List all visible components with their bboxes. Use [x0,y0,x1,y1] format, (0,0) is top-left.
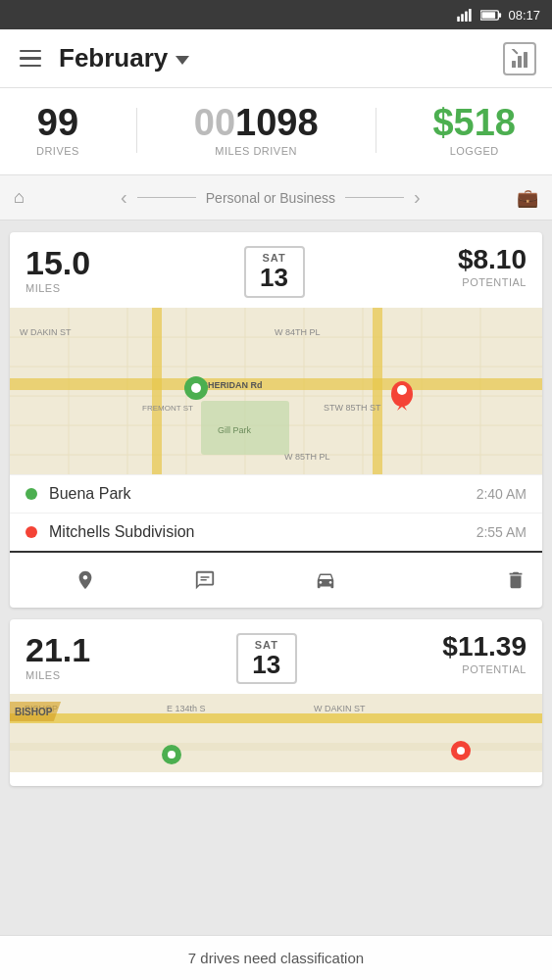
map-svg-2: BISHOP E 134th S W DAKIN ST BISHOP [10,694,542,772]
notification-text: 7 drives need classification [188,950,364,966]
status-time: 08:17 [508,8,540,23]
miles-value-row: 00 1098 [194,104,319,141]
stats-row: 99 DRIVES 00 1098 MILES DRIVEN $518 LOGG… [0,88,552,175]
arrow-right-icon: › [414,186,421,209]
svg-rect-1 [462,14,465,22]
card-miles-2: 21.1 [25,633,90,666]
miles-label: MILES DRIVEN [215,145,297,157]
menu-button[interactable] [16,46,45,72]
svg-rect-9 [524,52,527,68]
category-bar[interactable]: ⌂ ‹ Personal or Business › 💼 [0,175,552,220]
home-icon: ⌂ [14,187,25,208]
svg-rect-8 [518,56,522,68]
svg-text:W 84TH PL: W 84TH PL [275,327,321,337]
status-bar: 08:17 [0,0,552,29]
svg-rect-25 [10,378,542,390]
card-amount-value-1: $8.10 [458,246,527,273]
svg-rect-2 [466,12,469,23]
card-miles-section-1: 15.0 MILES [25,246,90,294]
month-title: February [59,43,168,74]
svg-point-37 [191,383,201,393]
card-amount-value-2: $11.39 [442,633,527,661]
end-location-name-1: Mitchells Subdivision [49,523,465,541]
car-action-button[interactable] [266,563,385,598]
svg-text:Gill Park: Gill Park [218,425,252,435]
svg-rect-0 [458,17,461,22]
location-action-button[interactable] [25,563,145,598]
card-miles-1: 15.0 [25,246,90,279]
svg-rect-27 [373,308,382,474]
miles-prefix: 00 [194,104,235,141]
end-location-time-1: 2:55 AM [477,524,527,540]
logged-stat: $518 LOGGED [432,104,516,157]
svg-rect-43 [10,713,542,723]
start-location-name-1: Buena Park [49,485,465,503]
start-location-time-1: 2:40 AM [477,486,527,502]
svg-text:W DAKIN ST: W DAKIN ST [20,327,72,337]
stat-divider-1 [136,108,137,153]
card-miles-label-2: MILES [25,669,90,681]
delete-action-button[interactable] [505,569,527,591]
category-bar-center: ‹ Personal or Business › [121,186,421,209]
card-amount-section-2: $11.39 POTENTIAL [442,633,527,675]
svg-rect-7 [512,61,516,68]
card-date-day-2: SAT [252,639,281,651]
svg-rect-5 [499,13,501,18]
svg-rect-3 [470,9,473,22]
logged-label: LOGGED [450,145,499,157]
map-svg-1: W DAKIN ST W 84TH PL W SHERIDAN Rd STW 8… [10,308,542,474]
category-label: Personal or Business [206,190,335,206]
drives-label: DRIVES [36,145,79,157]
miles-value: 1098 [235,104,319,141]
card-date-box-1: SAT 13 [244,246,305,298]
card-map-1: W DAKIN ST W 84TH PL W SHERIDAN Rd STW 8… [10,308,542,474]
location-pin-icon [75,569,96,591]
svg-point-53 [457,747,465,755]
notes-action-button[interactable] [145,563,265,598]
card-header-2: 21.1 MILES SAT 13 $11.39 POTENTIAL [10,619,542,695]
drive-card-1: 15.0 MILES SAT 13 $8.10 POTENTIAL [10,232,542,608]
card-date-num-1: 13 [260,264,289,292]
svg-text:E 134th S: E 134th S [167,704,206,713]
chart-icon [510,49,529,69]
svg-point-39 [397,385,407,395]
card-miles-label-1: MILES [25,282,90,294]
svg-rect-40 [201,576,210,577]
logged-value: $518 [432,104,516,141]
card-actions-1 [10,551,542,608]
drives-container: 15.0 MILES SAT 13 $8.10 POTENTIAL [0,220,552,798]
card-amount-label-2: POTENTIAL [442,663,527,675]
drives-value: 99 [37,104,78,141]
drives-stat: 99 DRIVES [36,104,79,157]
start-location-row-1[interactable]: Buena Park 2:40 AM [10,474,542,513]
top-bar: February [0,29,552,88]
card-amount-section-1: $8.10 POTENTIAL [458,246,527,288]
end-location-row-1[interactable]: Mitchells Subdivision 2:55 AM [10,513,542,551]
miles-stat: 00 1098 MILES DRIVEN [194,104,319,157]
svg-text:FREMONT ST: FREMONT ST [142,404,193,413]
card-map-2: BISHOP E 134th S W DAKIN ST BISHOP [10,694,542,772]
signal-icon [457,8,475,22]
svg-rect-6 [482,12,496,18]
battery-icon [480,9,502,22]
svg-rect-10 [511,49,518,55]
svg-point-51 [168,751,176,759]
arrow-left-icon: ‹ [121,186,127,209]
card-miles-section-2: 21.1 MILES [25,633,90,681]
delete-icon [505,569,527,591]
svg-rect-26 [152,308,162,474]
header-title-area: February [59,43,503,74]
svg-rect-42 [10,694,542,772]
svg-text:W DAKIN ST: W DAKIN ST [314,704,366,713]
stat-divider-2 [376,108,376,153]
card-date-num-2: 13 [252,651,281,679]
svg-text:BISHOP: BISHOP [15,707,53,717]
svg-text:W 85TH PL: W 85TH PL [284,452,330,462]
bottom-notification: 7 drives need classification [0,935,552,980]
report-button[interactable] [503,42,536,75]
start-dot-1 [25,488,37,500]
month-dropdown-icon[interactable] [176,56,189,65]
notes-icon [194,569,216,591]
drive-card-2: 21.1 MILES SAT 13 $11.39 POTENTIAL BISHO… [10,619,542,786]
car-icon [315,569,336,591]
